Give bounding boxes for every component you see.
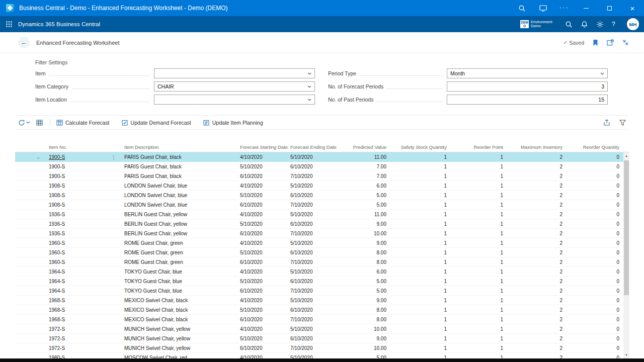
cell-item_description[interactable]: BERLIN Guest Chair, yellow <box>121 221 236 227</box>
cell-item_description[interactable]: TOKYO Guest Chair, blue <box>121 279 236 284</box>
column-header-reorder_point[interactable]: Reorder Point <box>450 144 507 150</box>
cell-forecast_starting_date[interactable]: 4/10/2020 <box>236 298 287 303</box>
cell-predicted_value[interactable]: 8.00 <box>345 317 390 322</box>
item-no-value[interactable]: 1968-S <box>49 298 65 303</box>
item-no-value[interactable]: 1972-S <box>49 336 65 341</box>
cell-item_description[interactable]: ROME Guest Chair, green <box>121 240 236 246</box>
cell-item_no[interactable]: 1972-S <box>45 326 121 332</box>
forecast-periods-input[interactable]: 3 <box>447 81 608 92</box>
cell-item_description[interactable]: BERLIN Guest Chair, yellow <box>121 231 236 236</box>
table-row[interactable]: 1972-SMUNICH Swivel Chair, yellow6/10/20… <box>15 343 629 353</box>
cell-forecast_starting_date[interactable]: 5/10/2020 <box>236 250 287 255</box>
cell-maximum_inventory[interactable]: 2 <box>507 307 566 313</box>
cell-reorder_quantity[interactable]: 0 <box>566 345 623 351</box>
cell-safety_stock_quantity[interactable]: 1 <box>390 193 450 198</box>
cell-forecast_starting_date[interactable]: 6/10/2020 <box>236 259 287 265</box>
collapse-icon[interactable] <box>622 39 629 46</box>
cell-forecast_ending_date[interactable]: 6/10/2020 <box>287 250 345 255</box>
cell-reorder_quantity[interactable]: 0 <box>566 279 623 284</box>
table-row[interactable]: 1908-SLONDON Swivel Chair, blue6/10/2020… <box>15 200 629 210</box>
cell-item_no[interactable]: 1908-S <box>45 183 121 189</box>
table-row[interactable]: 1960-SROME Guest Chair, green5/10/20206/… <box>15 248 629 257</box>
cell-predicted_value[interactable]: 7.00 <box>345 173 390 179</box>
environment-indicator[interactable]: DEMO Environment: Demo <box>520 20 557 29</box>
close-button[interactable]: × <box>621 0 644 16</box>
cell-item_no[interactable]: 1960-S <box>45 240 121 246</box>
update-demand-forecast-button[interactable]: Update Demand Forecast <box>122 120 191 126</box>
cell-forecast_starting_date[interactable]: 5/10/2020 <box>236 279 287 284</box>
cell-safety_stock_quantity[interactable]: 1 <box>390 154 450 160</box>
item-category-combobox[interactable]: CHAIR <box>154 81 315 92</box>
cell-forecast_ending_date[interactable]: 7/10/2020 <box>287 173 345 179</box>
cell-reorder_point[interactable]: 1 <box>450 250 507 255</box>
item-no-value[interactable]: 1936-S <box>49 212 65 217</box>
search-icon[interactable] <box>565 21 573 28</box>
titlebar-search-icon[interactable] <box>511 0 532 16</box>
cell-predicted_value[interactable]: 8.00 <box>345 259 390 265</box>
cell-item_no[interactable]: 1900-S <box>45 164 121 169</box>
cell-maximum_inventory[interactable]: 2 <box>507 288 566 294</box>
cell-item_no[interactable]: 1972-S <box>45 345 121 351</box>
table-row[interactable]: 1964-STOKYO Guest Chair, blue5/10/20206/… <box>15 277 629 286</box>
cell-reorder_point[interactable]: 1 <box>450 221 507 227</box>
cell-item_description[interactable]: LONDON Swivel Chair, blue <box>121 193 236 198</box>
item-no-value[interactable]: 1936-S <box>49 231 65 236</box>
cell-item_no[interactable]: 1960-S <box>45 259 121 265</box>
cell-forecast_ending_date[interactable]: 6/10/2020 <box>287 279 345 284</box>
cell-forecast_ending_date[interactable]: 6/10/2020 <box>287 221 345 227</box>
column-header-forecast_starting_date[interactable]: Forecast Starting Date <box>236 144 287 150</box>
cell-reorder_quantity[interactable]: 0 <box>566 231 623 236</box>
update-item-planning-button[interactable]: Update Item Planning <box>203 120 263 126</box>
cell-reorder_quantity[interactable]: 0 <box>566 154 623 160</box>
cell-safety_stock_quantity[interactable]: 1 <box>390 221 450 227</box>
cell-item_no[interactable]: 1968-S <box>45 307 121 313</box>
cell-safety_stock_quantity[interactable]: 1 <box>390 336 450 341</box>
cell-forecast_ending_date[interactable]: 7/10/2020 <box>287 259 345 265</box>
cell-item_description[interactable]: TOKYO Guest Chair, blue <box>121 288 236 294</box>
cell-reorder_point[interactable]: 1 <box>450 183 507 189</box>
cell-safety_stock_quantity[interactable]: 1 <box>390 288 450 294</box>
item-location-combobox[interactable] <box>154 95 315 105</box>
item-no-value[interactable]: 1964-S <box>49 269 65 275</box>
cell-predicted_value[interactable]: 8.00 <box>345 307 390 313</box>
cell-safety_stock_quantity[interactable]: 1 <box>390 345 450 351</box>
cell-reorder_point[interactable]: 1 <box>450 212 507 217</box>
cell-reorder_quantity[interactable]: 0 <box>566 193 623 198</box>
item-no-value[interactable]: 1960-S <box>49 259 65 265</box>
chevron-down-icon[interactable] <box>307 72 311 75</box>
chevron-down-icon[interactable] <box>600 72 604 75</box>
scroll-up-button[interactable]: ▲ <box>623 152 629 159</box>
column-header-reorder_quantity[interactable]: Reorder Quantity <box>566 144 623 150</box>
cell-forecast_starting_date[interactable]: 6/10/2020 <box>236 231 287 236</box>
item-no-value[interactable]: 1936-S <box>49 221 65 227</box>
cell-reorder_point[interactable]: 1 <box>450 326 507 332</box>
cell-forecast_starting_date[interactable]: 4/10/2020 <box>236 154 287 160</box>
cell-item_no[interactable]: 1964-S <box>45 269 121 275</box>
cell-predicted_value[interactable]: 5.00 <box>345 193 390 198</box>
cell-maximum_inventory[interactable]: 2 <box>507 193 566 198</box>
cell-reorder_quantity[interactable]: 0 <box>566 250 623 255</box>
cell-reorder_point[interactable]: 1 <box>450 317 507 322</box>
cell-reorder_quantity[interactable]: 0 <box>566 269 623 275</box>
cell-item_no[interactable]: 1968-S <box>45 317 121 322</box>
table-row[interactable]: 1964-STOKYO Guest Chair, blue4/10/20205/… <box>15 267 629 277</box>
cell-reorder_quantity[interactable]: 0 <box>566 317 623 322</box>
item-no-value[interactable]: 1964-S <box>49 288 65 294</box>
cell-safety_stock_quantity[interactable]: 1 <box>390 183 450 189</box>
cell-safety_stock_quantity[interactable]: 1 <box>390 164 450 169</box>
table-row[interactable]: 1908-SLONDON Swivel Chair, blue5/10/2020… <box>15 191 629 200</box>
cell-predicted_value[interactable]: 9.00 <box>345 221 390 227</box>
cell-forecast_starting_date[interactable]: 4/10/2020 <box>236 183 287 189</box>
cell-predicted_value[interactable]: 9.00 <box>345 240 390 246</box>
item-no-value[interactable]: 1900-S <box>49 154 65 160</box>
cell-reorder_quantity[interactable]: 0 <box>566 173 623 179</box>
cell-reorder_point[interactable]: 1 <box>450 307 507 313</box>
refresh-menu-button[interactable] <box>18 119 30 126</box>
cell-reorder_quantity[interactable]: 0 <box>566 288 623 294</box>
cell-safety_stock_quantity[interactable]: 1 <box>390 250 450 255</box>
cell-maximum_inventory[interactable]: 2 <box>507 336 566 341</box>
cell-reorder_quantity[interactable]: 0 <box>566 307 623 313</box>
cell-predicted_value[interactable]: 7.00 <box>345 164 390 169</box>
cell-predicted_value[interactable]: 10.00 <box>345 345 390 351</box>
cell-item_no[interactable]: 1972-S <box>45 336 121 341</box>
